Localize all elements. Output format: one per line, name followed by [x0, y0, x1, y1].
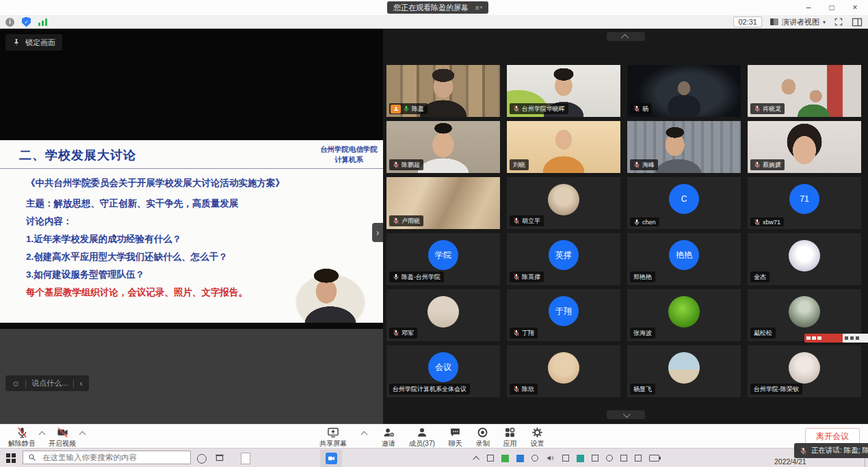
- participant-tile[interactable]: 杨显飞: [627, 345, 741, 397]
- participant-tile[interactable]: 英撑 陈英撑: [507, 233, 620, 285]
- toolbar-invite-button[interactable]: 邀请: [380, 426, 397, 449]
- collapse-chat-icon[interactable]: ‹: [79, 378, 82, 388]
- info-icon[interactable]: i: [5, 18, 14, 27]
- tray-icon[interactable]: [487, 455, 494, 462]
- toolbar-chat-button[interactable]: 聊天: [447, 426, 464, 449]
- slide-discussion-label: 讨论内容：: [26, 215, 376, 228]
- recorder-red-badge: [804, 334, 843, 343]
- participant-tile[interactable]: 蔡婉媛: [748, 121, 861, 173]
- security-shield-icon[interactable]: ✓: [22, 17, 31, 27]
- participant-avatar: 于翔: [549, 296, 579, 326]
- tray-icon[interactable]: [606, 455, 613, 462]
- minimize-button[interactable]: –: [797, 0, 820, 15]
- participant-nametag: 张海波: [630, 328, 655, 338]
- participant-tile[interactable]: 肖晓龙: [748, 65, 861, 117]
- emoji-icon[interactable]: ☺: [12, 379, 20, 388]
- toolbar-cam-off-button[interactable]: 开启视频: [47, 426, 77, 449]
- watching-banner[interactable]: 您正在观看陈盈的屏幕 ≡▾: [387, 1, 488, 14]
- participant-name: 台州学院-陈荣钦: [754, 385, 799, 394]
- fullscreen-icon[interactable]: [834, 17, 843, 27]
- mic-status-icon: [513, 273, 520, 280]
- participant-nametag: 刘晓: [510, 159, 529, 170]
- participant-name: 台州学院计算机系全体会议: [393, 385, 466, 394]
- participant-tile[interactable]: C chen: [627, 177, 741, 229]
- participant-tile[interactable]: 张海波: [627, 289, 741, 341]
- volume-icon[interactable]: [546, 454, 555, 462]
- participant-nametag: 陈英撑: [510, 271, 544, 282]
- participant-tile[interactable]: 学院 陈盈-台州学院: [386, 233, 500, 285]
- participant-tile[interactable]: 刘晓: [507, 121, 620, 173]
- toolbar-apps-button[interactable]: 应用: [502, 426, 518, 449]
- participant-nametag: 肖晓龙: [750, 103, 785, 114]
- task-view-icon[interactable]: [215, 454, 224, 462]
- maximize-button[interactable]: □: [820, 0, 843, 15]
- shared-screen-pane: 锁定画面 二、学校发展大讨论 台州学院电信学院 计算机系 《中共台州学院委员会关…: [0, 29, 383, 424]
- battery-icon[interactable]: [649, 455, 659, 462]
- search-input[interactable]: [41, 453, 181, 462]
- view-mode-select[interactable]: 演讲者视图 ▾: [770, 17, 826, 27]
- start-button[interactable]: [6, 453, 16, 463]
- toolbar-caret[interactable]: [79, 431, 86, 438]
- participant-tile[interactable]: 会议 台州学院计算机系全体会议: [386, 345, 500, 397]
- taskbar-search[interactable]: [23, 451, 191, 464]
- tray-icon[interactable]: [635, 455, 642, 462]
- toolbar-caret[interactable]: [361, 431, 368, 438]
- tray-icon[interactable]: [577, 455, 584, 462]
- participant-tile[interactable]: 陈盈: [386, 65, 500, 117]
- participant-tile[interactable]: 71 xbw71: [748, 177, 861, 229]
- main-area: 锁定画面 二、学校发展大讨论 台州学院电信学院 计算机系 《中共台州学院委员会关…: [0, 29, 868, 424]
- pin-view-button[interactable]: 锁定画面: [5, 34, 62, 51]
- participant-tile[interactable]: 胡立平: [507, 177, 620, 229]
- tray-icon[interactable]: [516, 455, 524, 462]
- toolbar-gear-button[interactable]: 设置: [529, 426, 546, 449]
- participant-name: 郑艳艳: [633, 273, 652, 282]
- hidden-icons-chevron[interactable]: [473, 455, 479, 462]
- participant-tile[interactable]: 台州学院-陈荣钦: [748, 345, 861, 397]
- participant-tile[interactable]: 艳艳 郑艳艳: [627, 233, 741, 285]
- participant-tile[interactable]: 海峰: [627, 121, 741, 173]
- participant-tile[interactable]: 杨: [627, 65, 741, 117]
- participant-name: 丁翔: [522, 329, 534, 338]
- participant-tile[interactable]: 金杰: [748, 233, 861, 285]
- mic-status-icon: [393, 161, 399, 168]
- tray-icon[interactable]: [562, 455, 569, 462]
- participant-name: xbw71: [763, 219, 780, 226]
- toolbar-caret[interactable]: [39, 431, 46, 438]
- grid-scroll-down-button[interactable]: [607, 410, 645, 419]
- close-button[interactable]: ×: [843, 0, 867, 15]
- participant-tile[interactable]: 于翔 丁翔: [507, 289, 620, 341]
- toolbar-members-button[interactable]: 成员(37): [408, 426, 436, 449]
- chat-input-placeholder[interactable]: 说点什么...: [31, 378, 68, 388]
- participant-tile[interactable]: 卢雨晓: [386, 177, 500, 229]
- cortana-icon[interactable]: [197, 454, 207, 464]
- layout-icon[interactable]: [852, 18, 863, 27]
- participant-tile[interactable]: 邓军: [386, 289, 500, 341]
- pane-expand-arrow[interactable]: ›: [372, 223, 383, 242]
- toolbar-center-group: 共享屏幕邀请成员(37)聊天录制应用设置: [318, 426, 546, 449]
- participant-avatar: [789, 296, 820, 328]
- toolbar-mic-off-button[interactable]: 解除静音: [7, 426, 37, 449]
- slide-doc-title: 《中共台州学院委员会关于开展学校发展大讨论活动实施方案》: [26, 177, 376, 189]
- participant-tile[interactable]: 陈鹏超: [386, 121, 500, 173]
- participant-nametag: 陈盈: [389, 103, 428, 114]
- tray-icon[interactable]: [620, 455, 627, 462]
- speaking-toast: 正在讲话: 陈盈; 陈盈: [794, 443, 868, 458]
- pin-view-label: 锁定画面: [25, 38, 55, 48]
- mic-status-icon: [513, 105, 520, 112]
- tray-icon[interactable]: [531, 455, 538, 462]
- tray-icon[interactable]: [501, 455, 509, 462]
- toolbar-record-button[interactable]: 录制: [475, 426, 491, 449]
- meeting-app-taskbar-icon[interactable]: [320, 449, 342, 467]
- participant-tile[interactable]: 陈欣: [507, 345, 620, 397]
- participant-nametag: xbw71: [750, 217, 784, 226]
- tray-icon[interactable]: [592, 455, 599, 462]
- participant-tile[interactable]: 台州学院华晓晖: [507, 65, 620, 117]
- taskbar-date[interactable]: 2022/4/21: [774, 457, 806, 466]
- document-app-icon[interactable]: [241, 453, 250, 464]
- grid-scroll-up-button[interactable]: [607, 32, 645, 41]
- quick-chat-bar[interactable]: ☺ 说点什么... ‹: [5, 375, 89, 391]
- toolbar-share-button[interactable]: 共享屏幕: [318, 426, 348, 449]
- floating-recorder-widget[interactable]: [804, 334, 868, 343]
- recorder-buttons[interactable]: [843, 334, 868, 343]
- banner-menu-icon[interactable]: ≡▾: [475, 4, 482, 12]
